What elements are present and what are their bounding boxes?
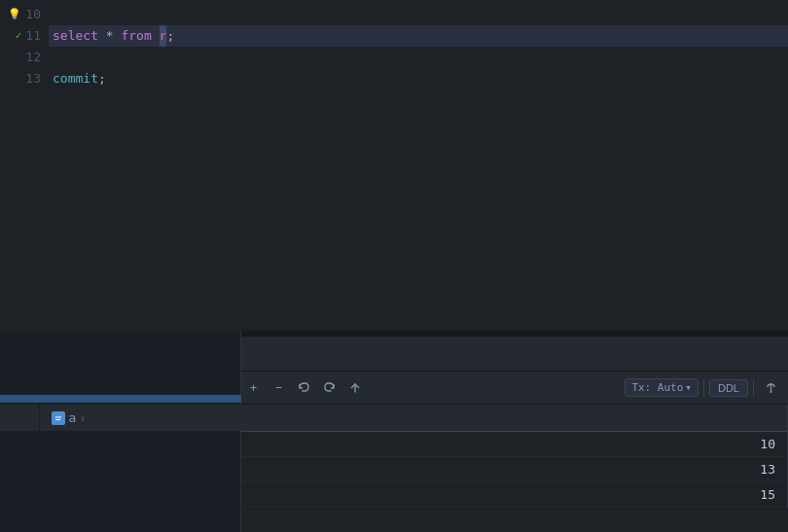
code-area[interactable]: select * from r ; commit ; bbox=[49, 0, 788, 331]
line-numbers: 💡 10 ✓ 11 12 13 bbox=[0, 0, 49, 331]
code-line-11[interactable]: select * from r ; bbox=[49, 25, 788, 47]
keyword-commit: commit bbox=[53, 68, 98, 89]
undo-icon bbox=[298, 381, 310, 394]
left-sidebar bbox=[0, 331, 241, 532]
redo-icon bbox=[323, 381, 336, 394]
svg-point-10 bbox=[770, 391, 771, 393]
pin-button[interactable] bbox=[759, 376, 782, 400]
editor-content: 💡 10 ✓ 11 12 13 select * bbox=[0, 0, 788, 331]
undo-button[interactable] bbox=[293, 376, 316, 400]
code-line-10 bbox=[49, 4, 788, 25]
col-type-icon bbox=[52, 411, 65, 425]
submit-icon bbox=[349, 382, 361, 394]
check-icon: ✓ bbox=[16, 25, 22, 47]
tx-dropdown[interactable]: Tx: Auto ▾ bbox=[625, 378, 698, 397]
keyword-select: select bbox=[53, 25, 98, 47]
svg-rect-11 bbox=[54, 414, 62, 422]
redo-button[interactable] bbox=[318, 376, 341, 400]
toolbar-sep-4 bbox=[753, 379, 754, 397]
add-row-button[interactable]: + bbox=[242, 376, 266, 400]
delete-row-button[interactable]: − bbox=[268, 376, 291, 400]
line-num-13: 13 bbox=[25, 68, 41, 89]
bulb-icon: 💡 bbox=[8, 4, 21, 25]
sort-icon[interactable]: ⇕ bbox=[80, 413, 85, 423]
code-line-13[interactable]: commit ; bbox=[49, 68, 788, 89]
line-num-12: 12 bbox=[25, 47, 41, 68]
keyword-from: from bbox=[121, 25, 151, 47]
col-a-label: a bbox=[69, 410, 77, 425]
tx-label: Tx: Auto bbox=[631, 381, 683, 394]
table-header-row: a ⇕ bbox=[0, 405, 788, 432]
editor-area: 💡 10 ✓ 11 12 13 select * bbox=[0, 0, 788, 331]
col-header-a[interactable]: a ⇕ bbox=[39, 405, 788, 432]
code-line-12 bbox=[49, 47, 788, 68]
line-num-10: 💡 10 bbox=[8, 4, 41, 25]
line-num-11: ✓ 11 bbox=[16, 25, 41, 47]
semicolon: ; bbox=[166, 25, 174, 47]
toolbar-sep-3 bbox=[703, 379, 704, 397]
row-num-header bbox=[0, 405, 39, 432]
pin-icon bbox=[765, 381, 777, 394]
tx-dropdown-arrow: ▾ bbox=[685, 381, 692, 394]
ddl-button[interactable]: DDL bbox=[709, 379, 748, 397]
submit-button[interactable] bbox=[343, 376, 367, 400]
table-name-r: r bbox=[160, 25, 167, 47]
left-sidebar-bar bbox=[0, 395, 241, 403]
